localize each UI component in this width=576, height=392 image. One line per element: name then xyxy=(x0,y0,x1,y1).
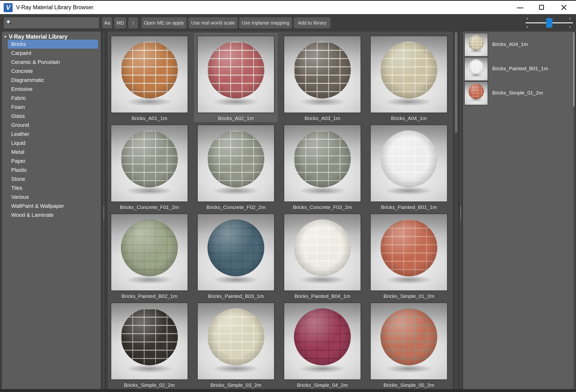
collapse-arrow-icon[interactable] xyxy=(4,36,7,38)
preview-thumbnail xyxy=(464,33,488,57)
material-thumbnail xyxy=(370,302,448,380)
sidebar-item-bricks[interactable]: Bricks xyxy=(8,40,98,49)
material-tile-bricks-concrete-f01-2m[interactable]: Bricks_Concrete_F01_2m xyxy=(108,122,191,211)
material-sphere-preview xyxy=(121,42,178,98)
sphere-shadow xyxy=(125,186,174,195)
sidebar-item-fabric[interactable]: Fabric xyxy=(8,93,98,103)
preview-list-item-bricks-painted-b01-1m[interactable]: Bricks_Painted_B01_1m xyxy=(464,57,571,81)
slider-handle[interactable] xyxy=(546,18,552,28)
sphere-shadow xyxy=(298,97,347,106)
material-sphere-preview xyxy=(121,130,178,187)
toolbar: AaMD↕Open ME on applyUse real world scal… xyxy=(0,14,576,31)
material-thumbnail xyxy=(197,302,275,380)
toolbar-button-add-to-library[interactable]: Add to library xyxy=(294,17,330,29)
preview-list-item-bricks-simple-01-2m[interactable]: Bricks_Simple_01_2m xyxy=(464,81,571,105)
toolbar-button-sort-order[interactable]: ↕ xyxy=(128,17,138,29)
preview-scrollbar[interactable] xyxy=(573,31,575,389)
sidebar-item-glass[interactable]: Glass xyxy=(8,112,98,121)
sidebar-item-leather[interactable]: Leather xyxy=(8,129,98,139)
sphere-shadow xyxy=(298,275,347,284)
sidebar-item-carpaint[interactable]: Carpaint xyxy=(8,49,98,58)
preview-list-item-bricks-a04-1m[interactable]: Bricks_A04_1m xyxy=(464,33,571,57)
sidebar-item-ground[interactable]: Ground xyxy=(8,121,98,129)
grid-scrollbar-thumb[interactable] xyxy=(455,32,458,133)
title-bar: V V-Ray Material Library Browser xyxy=(0,0,576,14)
tree-root[interactable]: V-Ray Material Library xyxy=(4,33,67,40)
search-input[interactable] xyxy=(14,18,95,29)
material-name: Bricks_Concrete_F02_2m xyxy=(194,203,278,211)
minimize-button[interactable] xyxy=(512,1,528,14)
close-button[interactable] xyxy=(555,1,572,14)
material-thumbnail xyxy=(197,35,275,113)
material-tile-bricks-a02-1m[interactable]: Bricks_A02_1m xyxy=(194,33,278,122)
thumbnail-size-slider[interactable] xyxy=(523,17,575,29)
sidebar-splitter[interactable] xyxy=(102,31,105,389)
sidebar-item-foam[interactable]: Foam xyxy=(8,103,98,112)
material-tile-bricks-concrete-f02-2m[interactable]: Bricks_Concrete_F02_2m xyxy=(194,122,278,211)
material-thumbnail xyxy=(111,213,188,291)
sidebar-item-stone[interactable]: Stone xyxy=(8,175,98,183)
sphere-shadow xyxy=(469,49,484,53)
sidebar-item-various[interactable]: Various xyxy=(8,192,98,202)
sphere-shadow xyxy=(212,97,260,106)
category-sidebar: V-Ray Material Library BricksCarpaintCer… xyxy=(2,31,101,389)
preview-sphere xyxy=(468,59,484,75)
sidebar-item-paper[interactable]: Paper xyxy=(8,156,98,165)
sidebar-item-plastic[interactable]: Plastic xyxy=(8,165,98,175)
material-tile-bricks-a03-1m[interactable]: Bricks_A03_1m xyxy=(281,33,364,122)
sidebar-item-diagrammatic[interactable]: Diagrammatic xyxy=(8,76,98,85)
material-tile-bricks-simple-04-2m[interactable]: Bricks_Simple_04_2m xyxy=(281,300,364,389)
material-sphere-preview xyxy=(294,308,351,365)
material-sphere-preview xyxy=(121,219,178,276)
sidebar-item-emissive[interactable]: Emissive xyxy=(8,85,98,93)
material-tile-bricks-simple-03-2m[interactable]: Bricks_Simple_03_2m xyxy=(194,300,278,389)
preview-material-name: Bricks_A04_1m xyxy=(492,33,528,56)
window-title: V-Ray Material Library Browser xyxy=(16,1,93,14)
material-tile-bricks-a01-1m[interactable]: Bricks_A01_1m xyxy=(108,33,191,122)
slider-tick xyxy=(570,26,570,28)
vray-logo-icon: V xyxy=(4,3,13,12)
material-tile-bricks-painted-b01-1m[interactable]: Bricks_Painted_B01_1m xyxy=(367,122,451,211)
toolbar-button-match-case[interactable]: Aa xyxy=(102,17,112,29)
material-sphere-preview xyxy=(294,42,351,98)
material-tile-bricks-a04-1m[interactable]: Bricks_A04_1m xyxy=(367,33,451,122)
material-name: Bricks_A02_1m xyxy=(194,114,278,122)
toolbar-button-use-triplanar-mapping[interactable]: Use triplanar mapping xyxy=(239,17,292,29)
material-sphere-preview xyxy=(207,219,264,276)
vray-material-library-browser-window: V V-Ray Material Library Browser AaMD↕Op… xyxy=(0,0,576,392)
sidebar-item-wallpaint-wallpaper[interactable]: WallPaint & Wallpaper xyxy=(8,202,98,211)
material-tile-bricks-concrete-f03-2m[interactable]: Bricks_Concrete_F03_2m xyxy=(281,122,364,211)
sidebar-item-ceramic-porcelain[interactable]: Ceramic & Porcelain xyxy=(8,58,98,67)
toolbar-button-open-me-on-apply[interactable]: Open ME on apply xyxy=(141,17,187,29)
sidebar-item-tiles[interactable]: Tiles xyxy=(8,183,98,192)
material-thumbnail xyxy=(111,124,188,202)
material-thumbnail xyxy=(370,124,448,202)
maximize-button[interactable] xyxy=(533,1,550,14)
preview-thumbnail xyxy=(464,81,488,105)
toolbar-button-md-filter[interactable]: MD xyxy=(114,17,126,29)
material-tile-bricks-simple-05-2m[interactable]: Bricks_Simple_05_2m xyxy=(367,300,451,389)
sidebar-item-concrete[interactable]: Concrete xyxy=(8,67,98,76)
material-name: Bricks_Painted_B03_1m xyxy=(194,292,278,300)
material-tile-bricks-simple-01-2m[interactable]: Bricks_Simple_01_2m xyxy=(367,211,451,300)
sidebar-item-metal[interactable]: Metal xyxy=(8,148,98,156)
splitter-grip-icon xyxy=(460,206,461,221)
preview-scrollbar-thumb[interactable] xyxy=(573,32,575,106)
material-tile-bricks-painted-b03-1m[interactable]: Bricks_Painted_B03_1m xyxy=(194,211,278,300)
material-thumbnail xyxy=(284,124,361,202)
sphere-shadow xyxy=(212,275,260,284)
close-icon xyxy=(560,4,567,11)
material-tile-bricks-simple-02-2m[interactable]: Bricks_Simple_02_2m xyxy=(108,300,191,389)
minimize-icon xyxy=(517,7,523,8)
preview-sphere xyxy=(468,35,484,51)
sidebar-item-liquid[interactable]: Liquid xyxy=(8,139,98,148)
sidebar-item-wood-laminate[interactable]: Wood & Laminate xyxy=(8,211,98,219)
search-box[interactable] xyxy=(4,17,99,29)
toolbar-button-use-real-world-scale[interactable]: Use real world scale xyxy=(189,17,238,29)
material-name: Bricks_Painted_B04_1m xyxy=(281,292,364,300)
material-tile-bricks-painted-b02-1m[interactable]: Bricks_Painted_B02_1m xyxy=(108,211,191,300)
material-sphere-preview xyxy=(207,42,264,98)
grid-scrollbar[interactable] xyxy=(454,31,458,389)
material-tile-bricks-painted-b04-1m[interactable]: Bricks_Painted_B04_1m xyxy=(281,211,364,300)
preview-splitter[interactable] xyxy=(459,31,462,389)
